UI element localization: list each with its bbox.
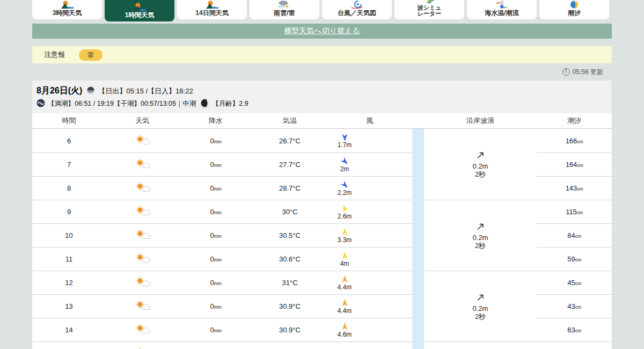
weather-page: 3時間天気 1時間天気 14日間天気 雨雲/雷 台風／天気図 波シミュ レーター… — [32, 0, 612, 349]
time-cell: 12 — [32, 279, 106, 287]
precip-cell: 0mm — [179, 231, 252, 239]
wave-period-label: 2秒 — [475, 170, 486, 178]
date-label: 8月26日(火) — [36, 85, 82, 97]
tab-3hour-weather[interactable]: 3時間天気 — [32, 0, 102, 19]
sun-cloud-icon — [135, 182, 151, 194]
tab-typhoon-chart[interactable]: 台風／天気図 — [322, 0, 392, 19]
tab-tide[interactable]: 潮汐 — [539, 0, 609, 19]
wave-height-label: 0.2m — [473, 162, 488, 170]
wave-cell: 0.2m 2秒 — [424, 271, 537, 341]
wind-direction-arrow — [340, 322, 349, 331]
weather-cell — [106, 158, 179, 171]
tab-wave-simulator[interactable]: 波シミュ レーター — [394, 0, 464, 19]
precip-cell: 0mm — [179, 137, 252, 145]
temp-cell: 31°C — [252, 279, 327, 287]
weather-cell — [106, 300, 179, 312]
wave-cell: 0.2m 2秒 — [424, 200, 537, 271]
forecast-card: 8月26日(火) 【日出】05:15 /【日入】18:22 【満潮】06:51 … — [32, 81, 612, 349]
precip-cell: 0mm — [179, 326, 252, 334]
weather-cell — [106, 182, 179, 194]
table-header-row: 時間 天気 降水 気温 風 沿岸波浪 潮汐 — [32, 113, 612, 129]
temp-cell: 30°C — [252, 208, 327, 216]
time-cell: 6 — [32, 137, 106, 145]
wind-cell: 4.4m — [327, 275, 357, 291]
tide-cell: 45cm — [537, 279, 612, 287]
tab-14day-weather[interactable]: 14日間天気 — [177, 0, 247, 19]
wave-direction-arrow — [475, 293, 485, 304]
sun-cloud-icon — [135, 206, 151, 218]
wave-cell: 0.2m 2秒 — [424, 129, 537, 200]
tide-cell: 63cm — [537, 326, 612, 334]
weather-cell — [106, 135, 179, 147]
tide-cell: 143cm — [537, 184, 612, 192]
sun-cloud-icon — [135, 158, 151, 171]
col-header-time: 時間 — [32, 116, 106, 126]
tide-times-label: 【満潮】06:51 / 19:19【干潮】00:57/13:05｜中潮 — [48, 99, 196, 108]
temp-cell: 30.5°C — [252, 231, 327, 239]
wind-speed-label: 4.4m — [338, 283, 352, 291]
time-cell: 14 — [32, 326, 106, 334]
precip-cell: 0mm — [179, 255, 252, 263]
tab-bar: 3時間天気 1時間天気 14日間天気 雨雲/雷 台風／天気図 波シミュ レーター… — [32, 0, 612, 21]
col-header-precip: 降水 — [179, 116, 252, 126]
tide-cell: 166cm — [537, 137, 612, 145]
col-header-weather: 天気 — [106, 116, 179, 126]
wave-period-label: 2秒 — [475, 242, 486, 250]
wind-direction-arrow — [340, 251, 349, 260]
logo-icon — [206, 1, 218, 9]
date-header: 8月26日(火) 【日出】05:15 /【日入】18:22 【満潮】06:51 … — [32, 81, 612, 113]
wind-speed-label: 1.7m — [338, 141, 352, 149]
col-header-temp: 気温 — [252, 116, 327, 126]
sun-cloud-icon — [135, 300, 151, 312]
switch-layout-link[interactable]: 横型天気へ切り替える — [284, 26, 360, 36]
info-icon[interactable]: ! — [562, 68, 570, 76]
temp-cell: 30.9°C — [252, 326, 327, 334]
tide-cell: 43cm — [537, 302, 612, 310]
wind-direction-arrow — [340, 228, 349, 237]
tab-1hour-weather[interactable]: 1時間天気 — [105, 0, 174, 21]
wind-speed-label: 4m — [340, 260, 349, 267]
weather-cell — [106, 277, 179, 289]
sun-cloud-icon — [135, 229, 151, 242]
temp-cell: 26.7°C — [252, 137, 327, 145]
tab-sea-temp-current[interactable]: 海水温/潮流 — [467, 0, 537, 19]
tide-wave-icon — [36, 99, 45, 109]
wind-direction-arrow — [340, 180, 349, 190]
moon-icon — [201, 99, 209, 109]
wind-speed-label: 4.4m — [338, 307, 352, 315]
advisory-bar: 注意報 雷 — [32, 46, 612, 63]
weather-cell — [106, 253, 179, 265]
wave-direction-arrow — [475, 222, 485, 233]
thunder-advisory-badge[interactable]: 雷 — [79, 49, 103, 61]
logo-icon — [61, 1, 74, 9]
wave-period-label: 2秒 — [475, 312, 486, 321]
col-header-wind: 風 — [327, 116, 412, 126]
precip-cell: 0mm — [179, 302, 252, 310]
typhoon-icon — [350, 1, 363, 9]
rain-lightning-icon — [278, 1, 291, 9]
wave-direction-arrow — [475, 150, 485, 162]
update-time: 05:56 更新 — [573, 68, 603, 77]
time-cell: 13 — [32, 302, 106, 310]
sun-cloud-icon — [135, 253, 151, 265]
precip-cell: 0mm — [179, 208, 252, 216]
update-row: ! 05:56 更新 — [32, 63, 612, 81]
time-cell: 7 — [32, 161, 106, 169]
wind-cell: 2m — [327, 157, 357, 173]
time-cell: 9 — [32, 208, 106, 216]
col-header-wave: 沿岸波浪 — [424, 116, 537, 126]
sunrise-sunset-label: 【日出】05:15 /【日入】18:22 — [98, 86, 193, 96]
advisory-label: 注意報 — [44, 50, 65, 60]
sunset-icon — [86, 86, 95, 96]
tab-rain-lightning[interactable]: 雨雲/雷 — [250, 0, 319, 19]
table-body: 6 0mm 26.7°C 1.7m 166cm 7 0mm 27.7°C 2m … — [32, 129, 612, 349]
tide-cell: 59cm — [537, 255, 612, 263]
switch-banner: 横型天気へ切り替える — [32, 24, 612, 39]
wind-cell: 4.4m — [327, 299, 357, 315]
wind-cell: 2.2m — [327, 180, 357, 197]
wind-speed-label: 3.3m — [338, 236, 352, 244]
wind-direction-arrow — [340, 275, 349, 284]
tide-cell: 164cm — [537, 161, 612, 169]
time-cell: 10 — [32, 231, 106, 239]
wave-sim-icon — [423, 0, 436, 4]
